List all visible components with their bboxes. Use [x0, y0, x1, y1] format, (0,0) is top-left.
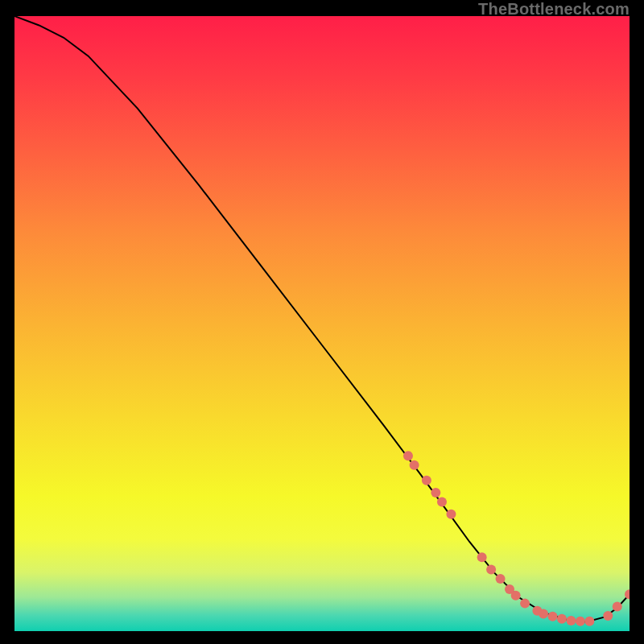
marker-point	[422, 476, 431, 485]
marker-point	[539, 609, 548, 619]
marker-point	[548, 612, 558, 621]
marker-point	[576, 617, 585, 626]
marker-point	[511, 591, 521, 601]
marker-point	[496, 574, 506, 584]
marker-point	[557, 614, 567, 624]
marker-point	[446, 510, 456, 519]
marker-point	[584, 617, 594, 626]
marker-point	[437, 497, 447, 507]
marker-point	[477, 552, 487, 562]
marker-point	[431, 488, 440, 497]
gradient-background	[14, 16, 630, 631]
marker-point	[613, 601, 622, 611]
marker-point	[403, 451, 413, 460]
marker-point	[520, 599, 530, 609]
marker-point	[486, 565, 496, 575]
plot-area	[14, 16, 630, 631]
bottleneck-chart	[14, 16, 630, 631]
chart-stage: TheBottleneck.com	[0, 0, 644, 644]
marker-point	[410, 460, 419, 470]
watermark-text: TheBottleneck.com	[478, 0, 630, 19]
marker-point	[603, 611, 613, 621]
marker-point	[566, 616, 576, 625]
